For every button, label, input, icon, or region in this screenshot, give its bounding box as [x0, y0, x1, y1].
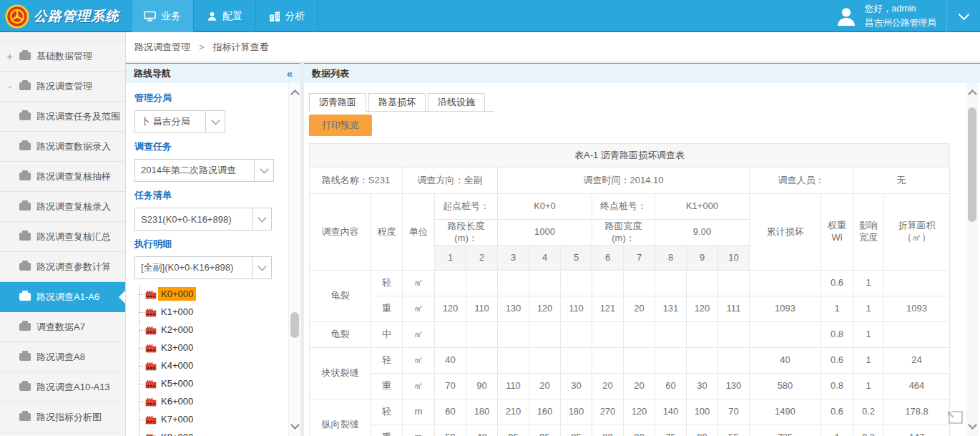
table-data-row: 纵向裂缝轻m601802101601802701201401007014900.…	[310, 399, 950, 425]
sidebar-item[interactable]: 调查数据A7	[0, 312, 125, 342]
route-nav-body: 管理分局 卜 昌吉分局 调查任务 2014年第二次路况调查 任务清单 S231(…	[126, 83, 300, 436]
user-menu-toggle[interactable]	[946, 0, 980, 32]
tree-item[interactable]: K3+000	[134, 339, 300, 357]
sidebar-item[interactable]: 路况调查复核录入	[0, 192, 125, 222]
converted-area-cell: 24	[884, 348, 950, 374]
folder-icon	[19, 293, 31, 301]
sidebar-item[interactable]: 路况调查参数计算	[0, 252, 125, 282]
section-value-cell: 60	[435, 399, 466, 425]
sidebar-item[interactable]: 路况指标分析图	[0, 402, 125, 432]
damage-type-cell: 纵向裂缝	[310, 399, 371, 436]
factory-icon	[145, 307, 157, 317]
sidebar-item[interactable]: 路况调查A10-A13	[0, 372, 125, 402]
section-value-cell	[466, 322, 498, 348]
breadcrumb-item[interactable]: 路况调查管理	[134, 41, 190, 54]
user-info[interactable]: 您好，admin 昌吉州公路管理局	[834, 0, 946, 32]
tree-item[interactable]: K4+000	[134, 357, 300, 374]
section-value-cell: 40	[466, 425, 498, 436]
tree-item-label: K6+000	[158, 394, 196, 408]
data-panel-scrollbar[interactable]	[966, 83, 978, 436]
sidebar-item[interactable]: 路况调查复核汇总	[0, 222, 125, 252]
nav-tab-config[interactable]: 配置	[193, 0, 255, 32]
section-value-cell	[466, 271, 498, 296]
collapse-panel-icon[interactable]: «	[287, 68, 293, 79]
tree-item[interactable]: K2+000	[134, 321, 300, 339]
detail-select[interactable]: [全副](K0+0-K16+898)	[134, 256, 272, 279]
table-data-row: 重m5040959585808075805573510.2147	[310, 425, 950, 436]
sidebar-item[interactable]: 路况调查数据录入	[0, 132, 125, 162]
expand-icon[interactable]: +	[6, 51, 14, 62]
unit-cell: ㎡	[403, 296, 435, 322]
damage-type-cell: 龟裂	[310, 322, 371, 348]
tree-item[interactable]: K5+000	[134, 374, 300, 392]
sidebar-item[interactable]: 路况调查复核抽样	[0, 162, 125, 192]
tasklist-select[interactable]: S231(K0+0-K16+898)	[134, 208, 272, 231]
scroll-up-icon[interactable]	[289, 87, 300, 97]
section-value-cell: 180	[466, 399, 498, 425]
section-value-cell: 110	[498, 374, 529, 399]
unit-cell: m	[403, 425, 435, 436]
collapse-icon[interactable]: -	[6, 81, 14, 92]
print-preview-button[interactable]: 打印预览	[309, 115, 372, 136]
tree-item-label: K8+000	[158, 430, 196, 436]
nav-tab-analysis[interactable]: 分析	[255, 0, 318, 32]
scrollbar-thumb[interactable]	[290, 312, 299, 338]
task-select-value: 2014年第二次路况调查	[135, 160, 254, 181]
table-data-row: 重㎡12011013012011012120131120111109311109…	[310, 296, 950, 322]
section-value-cell	[624, 271, 655, 296]
popout-icon[interactable]	[946, 406, 964, 425]
tree-item[interactable]: K8+000	[134, 428, 300, 436]
sidebar-item[interactable]: 路况调查A1-A6	[0, 282, 125, 312]
chevron-down-icon	[958, 9, 969, 21]
data-tabs: 沥青路面 路基损坏 沿线设施	[309, 93, 494, 112]
sidebar-item[interactable]: 路况调查任务及范围	[0, 102, 125, 132]
section-value-cell	[498, 322, 529, 348]
app-title: 公路管理系统	[34, 7, 119, 26]
scroll-up-icon[interactable]	[966, 87, 978, 97]
section-value-cell: 70	[718, 399, 750, 425]
chevron-down-icon[interactable]	[252, 208, 271, 230]
sidebar-item[interactable]: -路况调查管理	[0, 72, 125, 102]
folder-icon	[19, 263, 31, 271]
branch-select[interactable]: 卜 昌吉分局	[134, 110, 225, 133]
task-select[interactable]: 2014年第二次路况调查	[134, 159, 274, 182]
branch-select-value: 卜 昌吉分局	[135, 111, 205, 132]
tree-item[interactable]: K6+000	[134, 392, 300, 410]
nav-tab-business[interactable]: 业务	[131, 0, 193, 32]
survey-direction-cell: 调查方向：全副	[403, 168, 498, 194]
monitor-icon	[144, 11, 156, 21]
impact-width-cell: 1	[853, 322, 884, 348]
degree-cell: 轻	[371, 348, 403, 374]
sidebar-item[interactable]: +基础数据管理	[0, 41, 125, 72]
section-value-cell	[718, 271, 750, 296]
section-value-cell: 20	[592, 374, 624, 399]
sidebar-item-label: 调查数据A7	[36, 321, 85, 334]
table-data-row: 龟裂轻㎡0.61	[310, 271, 950, 296]
section-value-cell	[718, 348, 750, 374]
route-nav-scrollbar[interactable]	[288, 83, 300, 436]
chevron-down-icon[interactable]	[254, 160, 273, 181]
scroll-down-icon[interactable]	[289, 420, 300, 430]
chevron-down-icon[interactable]	[252, 257, 271, 278]
section-value-cell	[529, 271, 561, 296]
sidebar-item[interactable]	[0, 432, 125, 436]
sidebar-item[interactable]: 路况调查A8	[0, 342, 125, 372]
tasklist-select-value: S231(K0+0-K16+898)	[135, 208, 252, 230]
tab-roadside-facilities[interactable]: 沿线设施	[428, 93, 485, 111]
section-number-cell: 2	[466, 246, 498, 271]
tab-asphalt-pavement[interactable]: 沥青路面	[309, 93, 366, 111]
total-damage-cell: 735	[750, 425, 821, 436]
scroll-down-icon[interactable]	[966, 420, 978, 430]
weight-cell: 0.8	[821, 374, 853, 399]
folder-icon	[19, 383, 31, 391]
scrollbar-thumb[interactable]	[968, 107, 976, 222]
tree-item[interactable]: K0+000	[134, 285, 300, 303]
tree-item[interactable]: K1+000	[134, 303, 300, 321]
degree-cell: 轻	[371, 271, 403, 296]
tab-roadbed-damage[interactable]: 路基损坏	[368, 93, 426, 111]
tree-item[interactable]: K7+000	[134, 410, 300, 428]
sidebar-item-label: 路况调查参数计算	[36, 261, 111, 273]
start-stake-label-cell: 起点桩号：	[435, 194, 498, 220]
chevron-down-icon[interactable]	[205, 111, 225, 132]
breadcrumb-separator-icon: >	[199, 42, 205, 52]
